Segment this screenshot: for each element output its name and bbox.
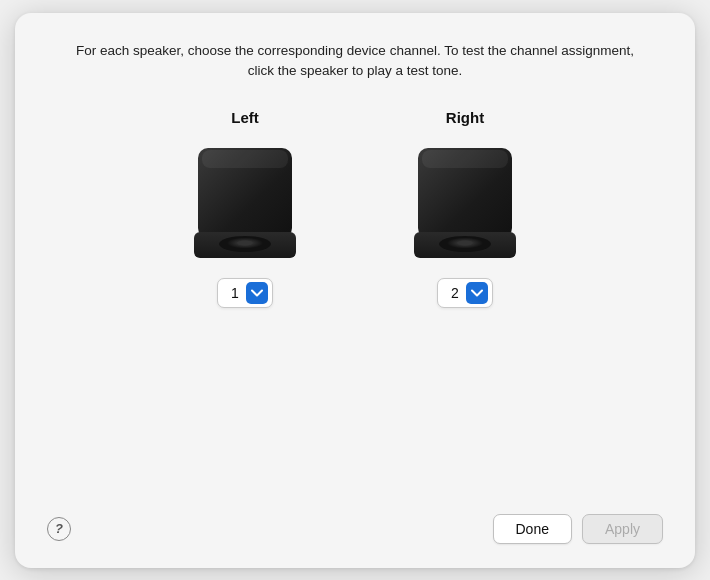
right-speaker-icon[interactable]	[410, 144, 520, 264]
svg-point-4	[237, 241, 253, 246]
left-speaker-column: Left	[190, 109, 300, 308]
svg-rect-5	[202, 150, 288, 168]
svg-rect-11	[422, 150, 508, 168]
footer-actions: Done Apply	[493, 514, 664, 544]
left-speaker-label: Left	[231, 109, 259, 126]
help-button[interactable]: ?	[47, 517, 71, 541]
left-channel-select[interactable]: 1	[217, 278, 273, 308]
right-speaker-column: Right	[410, 109, 520, 308]
left-channel-value: 1	[228, 285, 242, 301]
right-channel-value: 2	[448, 285, 462, 301]
right-channel-dropdown-btn[interactable]	[466, 282, 488, 304]
chevron-down-icon	[251, 289, 263, 297]
speaker-assignment-dialog: For each speaker, choose the correspondi…	[15, 13, 695, 568]
left-speaker-icon[interactable]	[190, 144, 300, 264]
chevron-down-icon	[471, 289, 483, 297]
left-channel-dropdown-btn[interactable]	[246, 282, 268, 304]
dialog-description: For each speaker, choose the correspondi…	[47, 41, 663, 82]
right-speaker-label: Right	[446, 109, 484, 126]
apply-button[interactable]: Apply	[582, 514, 663, 544]
right-channel-select[interactable]: 2	[437, 278, 493, 308]
svg-point-10	[457, 241, 473, 246]
done-button[interactable]: Done	[493, 514, 572, 544]
dialog-footer: ? Done Apply	[47, 514, 663, 544]
speakers-row: Left	[47, 99, 663, 504]
